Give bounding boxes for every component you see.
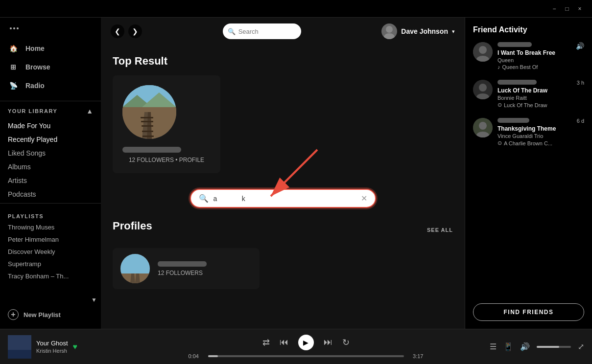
main-content: ❮ ❯ 🔍 Dave Johnson ▾ [101,18,465,329]
playlist-list: Throwing Muses Peter Himmelman Discover … [0,221,101,296]
next-button[interactable]: ⏭ [324,337,332,347]
nav-divider [0,101,101,101]
friend-info-2: Luck Of The Draw Bonnie Raitt ⊙ Luck Of … [497,80,584,108]
friend-time-2: 3 h [577,80,584,86]
queue-button[interactable]: ☰ [490,342,497,351]
friend-avatar-1 [473,42,493,62]
new-playlist-button[interactable]: + New Playlist [0,304,101,325]
volume-button[interactable]: 🔊 [520,342,530,351]
profile-name-placeholder [158,261,207,267]
volume-bar[interactable] [537,346,571,348]
friend-item-1: I Want To Break Free Queen ♪ Queen Best … [473,42,584,70]
followers-text: 12 FOLLOWERS • PROFILE [122,157,211,163]
maximize-button[interactable]: □ [561,2,573,15]
top-result-section: Top Result [113,55,453,173]
minimize-button[interactable]: − [548,2,561,15]
album-thumbnail [8,335,31,359]
result-name-placeholder [122,147,181,153]
close-button[interactable]: × [573,2,586,15]
profile-card[interactable]: 12 FOLLOWERS [113,248,260,289]
more-options-button[interactable] [8,25,21,31]
content-area: Top Result [101,45,465,329]
friend-avatar-3 [473,118,493,137]
play-circle-icon-3: ⊙ [497,140,502,146]
track-name: Your Ghost [36,340,68,347]
find-friends-button[interactable]: FIND FRIENDS [473,303,584,321]
svg-point-26 [479,122,487,130]
profile-info: 12 FOLLOWERS [158,261,207,276]
window-bar: − □ × [0,0,592,18]
volume-icon: 🔊 [576,42,584,50]
svg-rect-12 [142,136,154,137]
progress-fill [208,355,218,357]
current-time: 0:04 [189,353,203,359]
top-search-bar[interactable]: 🔍 [223,23,301,39]
repeat-button[interactable]: ↻ [342,337,350,348]
library-item-recently-played[interactable]: Recently Played [0,133,101,146]
sidebar: 🏠 Home ⊞ Browse 📡 Radio YOUR LiBRARY ▲ M… [0,18,101,329]
profile-avatar [120,254,150,283]
friend-activity-panel: Friend Activity I Want To Break Free Que… [465,18,592,329]
search-icon: 🔍 [228,28,236,35]
playlist-item-throwing-muses[interactable]: Throwing Muses [0,221,101,233]
library-item-podcasts[interactable]: Podcasts [0,187,101,201]
search-overlay-container: 🔍 a k ✕ [190,189,376,208]
library-item-made-for-you[interactable]: Made For You [0,119,101,133]
library-item-albums[interactable]: Albums [0,160,101,174]
sidebar-item-home[interactable]: 🏠 Home [0,39,101,58]
library-item-artists[interactable]: Artists [0,174,101,187]
top-result-card[interactable]: 12 FOLLOWERS • PROFILE [113,75,220,173]
search-box-highlighted[interactable]: 🔍 a k ✕ [190,189,376,208]
like-button[interactable]: ♥ [73,342,78,351]
friend-album-1: ♪ Queen Best Of [497,64,584,70]
devices-button[interactable]: 📱 [503,342,513,351]
friend-song-2: Luck Of The Draw [497,87,584,94]
browse-icon: ⊞ [8,62,19,72]
svg-point-23 [479,84,487,91]
friend-item-3: Thanksgiving Theme Vince Guaraldi Trio ⊙… [473,118,584,146]
svg-point-0 [386,26,393,33]
svg-rect-15 [120,254,150,273]
sidebar-item-radio[interactable]: 📡 Radio [0,76,101,95]
fullscreen-button[interactable]: ⤢ [578,342,584,351]
now-playing: Your Ghost Kristin Hersh ♥ [8,335,125,359]
sidebar-menu[interactable] [0,22,101,35]
playlists-header: PLAYLISTS [0,205,101,221]
svg-point-1 [384,33,395,39]
player-bar: Your Ghost Kristin Hersh ♥ ⇄ ⏮ ▶ ⏭ ↻ 0:0… [0,329,592,364]
friend-activity-title: Friend Activity [473,25,584,34]
library-title: YOUR LiBRARY [8,108,57,114]
scroll-down-arrow[interactable]: ▼ [91,296,97,303]
friend-album-2: ⊙ Luck Of The Draw [497,102,584,108]
friend-song-1: I Want To Break Free [497,49,584,56]
main-nav: 🏠 Home ⊞ Browse 📡 Radio [0,35,101,99]
playlist-item-supertramp[interactable]: Supertramp [0,258,101,270]
play-pause-button[interactable]: ▶ [298,335,314,350]
back-button[interactable]: ❮ [111,24,124,38]
svg-rect-16 [120,273,150,283]
library-collapse-arrow[interactable]: ▲ [86,107,93,115]
user-menu[interactable]: Dave Johnson ▾ [381,23,455,39]
profiles-section: Profiles SEE ALL [113,220,453,289]
progress-bar[interactable] [208,355,404,357]
library-item-liked-songs[interactable]: Liked Songs [0,146,101,160]
sidebar-item-browse[interactable]: ⊞ Browse [0,58,101,76]
top-result-title: Top Result [113,55,453,68]
playlist-item-peter-himmelman[interactable]: Peter Himmelman [0,233,101,246]
friend-artist-1: Queen [497,57,584,63]
previous-button[interactable]: ⏮ [280,337,288,347]
friend-info-1: I Want To Break Free Queen ♪ Queen Best … [497,42,584,70]
shuffle-button[interactable]: ⇄ [262,337,270,348]
top-result-image [122,85,176,139]
top-bar: ❮ ❯ 🔍 Dave Johnson ▾ [101,18,465,45]
friend-item-2: Luck Of The Draw Bonnie Raitt ⊙ Luck Of … [473,80,584,108]
search-input[interactable] [238,28,296,35]
playlist-item-tracy-bonham[interactable]: Tracy Bonham – Th... [0,270,101,282]
radio-icon: 📡 [8,80,19,91]
progress-row: 0:04 3:17 [189,353,424,359]
see-all-button[interactable]: SEE ALL [427,227,453,233]
playlist-item-discover-weekly[interactable]: Discover Weekly [0,246,101,258]
forward-button[interactable]: ❯ [128,24,142,38]
search-clear-icon[interactable]: ✕ [361,194,367,203]
friend-album-3: ⊙ A Charlie Brown C... [497,140,584,146]
